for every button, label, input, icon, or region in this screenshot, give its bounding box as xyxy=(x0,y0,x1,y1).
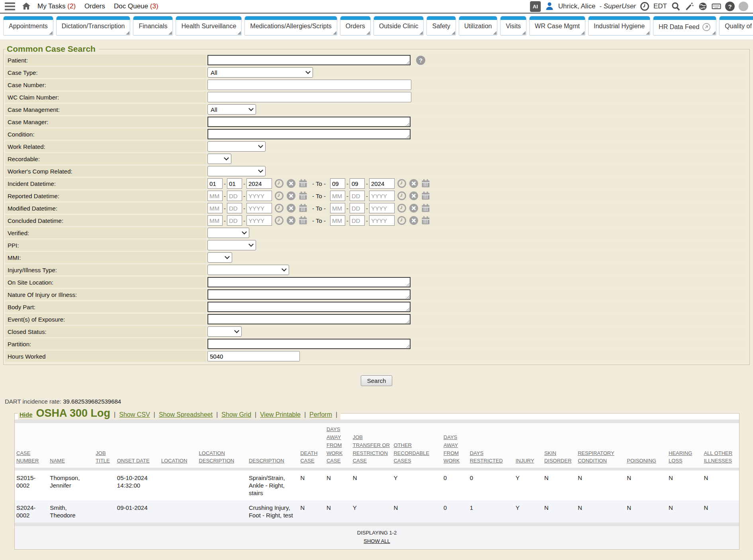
time-icon[interactable] xyxy=(397,203,407,213)
reported-to-month-input[interactable] xyxy=(330,191,345,201)
calendar-icon[interactable] xyxy=(421,216,430,225)
tab-appointments[interactable]: Appointments xyxy=(3,16,53,35)
incident-from-day-input[interactable] xyxy=(227,178,242,189)
workers-comp-related-select[interactable] xyxy=(207,166,266,176)
injury-illness-type-select[interactable] xyxy=(207,265,289,275)
tab-safety[interactable]: Safety xyxy=(426,16,456,35)
calendar-icon[interactable] xyxy=(421,203,430,213)
hide-link[interactable]: Hide xyxy=(20,411,33,418)
col-location[interactable]: LOCATION xyxy=(161,458,188,464)
col-case-number[interactable]: CASE NUMBER xyxy=(16,450,39,464)
wc-claim-number-input[interactable] xyxy=(207,92,411,102)
concluded-from-year-input[interactable] xyxy=(246,215,272,226)
modified-to-day-input[interactable] xyxy=(350,203,365,213)
col-job-title[interactable]: JOB TITLE xyxy=(96,450,110,464)
table-row[interactable]: S2015-0002 Thompson, Jennifer 05-10-2024… xyxy=(15,469,739,501)
patient-field[interactable] xyxy=(207,55,411,65)
grid-bottom-scrollbar[interactable] xyxy=(15,523,739,526)
verified-select[interactable] xyxy=(207,228,249,238)
patient-help-icon[interactable]: ? xyxy=(416,56,425,65)
clear-icon[interactable] xyxy=(409,216,419,225)
modified-from-month-input[interactable] xyxy=(207,203,223,213)
time-icon[interactable] xyxy=(274,216,284,225)
clear-icon[interactable] xyxy=(286,216,296,225)
col-hearing-loss[interactable]: HEARING LOSS xyxy=(669,450,692,464)
reported-from-day-input[interactable] xyxy=(227,191,242,201)
tab-medications-allergies-scripts[interactable]: Medications/Allergies/Scripts xyxy=(244,16,337,35)
case-number-input[interactable] xyxy=(207,80,411,90)
clear-icon[interactable] xyxy=(286,203,296,213)
calendar-icon[interactable] xyxy=(298,179,308,188)
recordable-select[interactable] xyxy=(207,154,231,164)
user-name[interactable]: Uhrick, Alice xyxy=(558,2,596,10)
clear-icon[interactable] xyxy=(409,203,419,213)
col-respiratory-condition[interactable]: RESPIRATORY CONDITION xyxy=(578,450,614,464)
clear-icon[interactable] xyxy=(286,179,296,188)
search-icon[interactable] xyxy=(671,2,681,11)
tab-orders[interactable]: Orders xyxy=(340,16,371,35)
concluded-to-year-input[interactable] xyxy=(369,215,395,226)
col-description[interactable]: DESCRIPTION xyxy=(249,458,284,464)
col-other-recordable-cases[interactable]: OTHER RECORDABLE CASES xyxy=(393,442,429,464)
help-icon[interactable]: ? xyxy=(725,2,735,11)
closed-status-select[interactable] xyxy=(207,326,242,337)
tab-dictation-transcription[interactable]: Dictation/Transcription xyxy=(56,16,131,35)
calendar-icon[interactable] xyxy=(298,191,308,201)
reported-from-month-input[interactable] xyxy=(207,191,223,201)
col-injury[interactable]: INJURY xyxy=(516,458,534,464)
modified-from-day-input[interactable] xyxy=(227,203,242,213)
concluded-to-month-input[interactable] xyxy=(330,215,345,226)
clock-icon[interactable] xyxy=(640,2,649,11)
incident-to-day-input[interactable] xyxy=(350,178,365,189)
reported-to-year-input[interactable] xyxy=(369,191,395,201)
hours-worked-input[interactable] xyxy=(207,351,300,361)
col-all-other-illnesses[interactable]: ALL OTHER ILLNESSES xyxy=(704,450,732,464)
modified-to-year-input[interactable] xyxy=(369,203,395,213)
incident-from-year-input[interactable] xyxy=(246,178,272,189)
col-poisoning[interactable]: POISONING xyxy=(627,458,656,464)
tab-hr-data-feed[interactable]: HR Data Feed xyxy=(653,16,716,35)
ppi-select[interactable] xyxy=(207,240,256,250)
incident-to-month-input[interactable] xyxy=(330,178,345,189)
time-icon[interactable] xyxy=(397,216,407,225)
events-of-exposure-field[interactable] xyxy=(207,314,411,324)
col-location-description[interactable]: LOCATION DESCRIPTION xyxy=(199,450,234,464)
concluded-to-day-input[interactable] xyxy=(350,215,365,226)
work-related-select[interactable] xyxy=(207,141,266,152)
keyboard-icon[interactable] xyxy=(712,2,721,11)
col-death-case[interactable]: DEATH CASE xyxy=(300,450,317,464)
calendar-icon[interactable] xyxy=(298,203,308,213)
col-onset-date[interactable]: ONSET DATE xyxy=(117,458,150,464)
table-row[interactable]: S2024-0002 Smith, Theodore 09-01-2024 Cr… xyxy=(15,500,739,523)
condition-field[interactable] xyxy=(207,129,411,139)
incident-from-month-input[interactable] xyxy=(207,178,223,189)
col-skin-disorder[interactable]: SKIN DISORDER xyxy=(544,450,572,464)
concluded-from-month-input[interactable] xyxy=(207,215,223,226)
concluded-from-day-input[interactable] xyxy=(227,215,242,226)
clear-icon[interactable] xyxy=(409,179,419,188)
col-name[interactable]: NAME xyxy=(50,458,65,464)
calendar-icon[interactable] xyxy=(421,179,430,188)
show-spreadsheet-link[interactable]: Show Spreadsheet xyxy=(159,411,213,418)
show-csv-link[interactable]: Show CSV xyxy=(119,411,150,418)
clear-icon[interactable] xyxy=(286,191,296,201)
show-grid-link[interactable]: Show Grid xyxy=(221,411,251,418)
case-manager-field[interactable] xyxy=(207,117,411,127)
col-days-away-from-work-case[interactable]: DAYS AWAY FROM WORK CASE xyxy=(327,426,342,464)
on-site-location-field[interactable] xyxy=(207,277,411,287)
incident-to-year-input[interactable] xyxy=(369,178,395,189)
col-days-restricted[interactable]: DAYS RESTRICTED xyxy=(470,450,503,464)
view-printable-link[interactable]: View Printable xyxy=(260,411,301,418)
wand-icon[interactable] xyxy=(685,2,694,11)
tab-wr-case-mgmt[interactable]: WR Case Mgmt xyxy=(529,16,585,35)
time-icon[interactable] xyxy=(274,203,284,213)
tab-outside-clinic[interactable]: Outside Clinic xyxy=(374,16,424,35)
col-job-transfer-or-restriction-case[interactable]: JOB TRANSFER OR RESTRICTION CASE xyxy=(353,434,390,464)
clear-icon[interactable] xyxy=(409,191,419,201)
ai-badge[interactable]: AI xyxy=(530,1,541,12)
tab-visits[interactable]: Visits xyxy=(500,16,526,35)
partition-field[interactable] xyxy=(207,339,411,349)
time-icon[interactable] xyxy=(274,191,284,201)
calendar-icon[interactable] xyxy=(421,191,430,201)
grid-top-scrollbar[interactable] xyxy=(15,420,739,423)
